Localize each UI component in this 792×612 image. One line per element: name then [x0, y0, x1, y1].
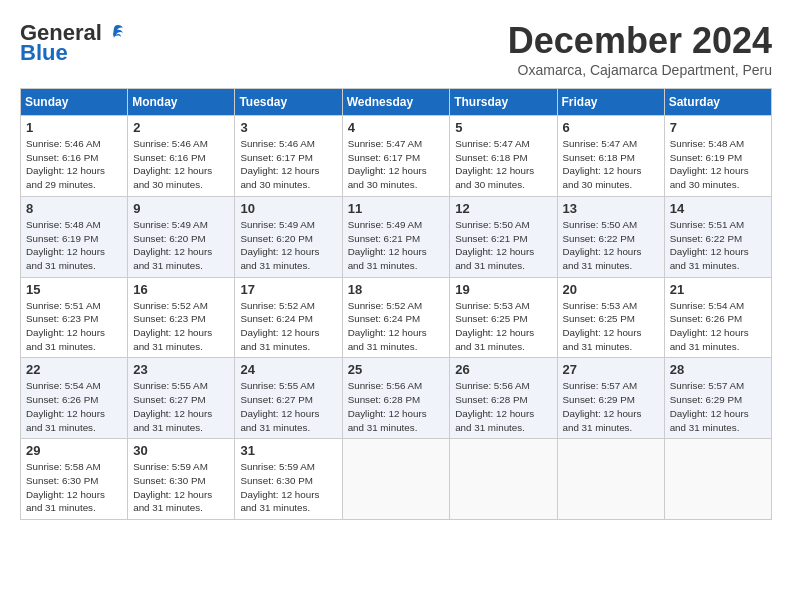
calendar-cell: 31 Sunrise: 5:59 AM Sunset: 6:30 PM Dayl… — [235, 439, 342, 520]
calendar-cell: 13 Sunrise: 5:50 AM Sunset: 6:22 PM Dayl… — [557, 196, 664, 277]
day-info: Sunrise: 5:56 AM Sunset: 6:28 PM Dayligh… — [348, 379, 445, 434]
day-number: 2 — [133, 120, 229, 135]
day-number: 30 — [133, 443, 229, 458]
calendar-cell: 17 Sunrise: 5:52 AM Sunset: 6:24 PM Dayl… — [235, 277, 342, 358]
day-info: Sunrise: 5:47 AM Sunset: 6:17 PM Dayligh… — [348, 137, 445, 192]
col-header-wednesday: Wednesday — [342, 89, 450, 116]
day-info: Sunrise: 5:51 AM Sunset: 6:23 PM Dayligh… — [26, 299, 122, 354]
day-number: 29 — [26, 443, 122, 458]
day-info: Sunrise: 5:48 AM Sunset: 6:19 PM Dayligh… — [26, 218, 122, 273]
calendar-cell — [342, 439, 450, 520]
calendar-cell: 18 Sunrise: 5:52 AM Sunset: 6:24 PM Dayl… — [342, 277, 450, 358]
calendar-cell: 26 Sunrise: 5:56 AM Sunset: 6:28 PM Dayl… — [450, 358, 557, 439]
day-info: Sunrise: 5:52 AM Sunset: 6:24 PM Dayligh… — [348, 299, 445, 354]
day-number: 28 — [670, 362, 766, 377]
day-info: Sunrise: 5:49 AM Sunset: 6:21 PM Dayligh… — [348, 218, 445, 273]
calendar-cell: 23 Sunrise: 5:55 AM Sunset: 6:27 PM Dayl… — [128, 358, 235, 439]
day-info: Sunrise: 5:57 AM Sunset: 6:29 PM Dayligh… — [670, 379, 766, 434]
page-header: General Blue December 2024 Oxamarca, Caj… — [20, 20, 772, 78]
calendar-cell: 16 Sunrise: 5:52 AM Sunset: 6:23 PM Dayl… — [128, 277, 235, 358]
calendar-cell: 21 Sunrise: 5:54 AM Sunset: 6:26 PM Dayl… — [664, 277, 771, 358]
col-header-saturday: Saturday — [664, 89, 771, 116]
calendar-cell: 3 Sunrise: 5:46 AM Sunset: 6:17 PM Dayli… — [235, 116, 342, 197]
day-number: 27 — [563, 362, 659, 377]
day-number: 7 — [670, 120, 766, 135]
calendar-header-row: SundayMondayTuesdayWednesdayThursdayFrid… — [21, 89, 772, 116]
calendar-table: SundayMondayTuesdayWednesdayThursdayFrid… — [20, 88, 772, 520]
calendar-cell: 25 Sunrise: 5:56 AM Sunset: 6:28 PM Dayl… — [342, 358, 450, 439]
day-number: 3 — [240, 120, 336, 135]
calendar-cell: 27 Sunrise: 5:57 AM Sunset: 6:29 PM Dayl… — [557, 358, 664, 439]
logo-bird-icon — [104, 22, 126, 44]
day-number: 22 — [26, 362, 122, 377]
calendar-cell: 7 Sunrise: 5:48 AM Sunset: 6:19 PM Dayli… — [664, 116, 771, 197]
col-header-thursday: Thursday — [450, 89, 557, 116]
calendar-cell — [664, 439, 771, 520]
day-info: Sunrise: 5:46 AM Sunset: 6:16 PM Dayligh… — [26, 137, 122, 192]
day-info: Sunrise: 5:46 AM Sunset: 6:17 PM Dayligh… — [240, 137, 336, 192]
col-header-tuesday: Tuesday — [235, 89, 342, 116]
calendar-cell: 6 Sunrise: 5:47 AM Sunset: 6:18 PM Dayli… — [557, 116, 664, 197]
day-info: Sunrise: 5:55 AM Sunset: 6:27 PM Dayligh… — [133, 379, 229, 434]
day-info: Sunrise: 5:52 AM Sunset: 6:24 PM Dayligh… — [240, 299, 336, 354]
calendar-cell: 5 Sunrise: 5:47 AM Sunset: 6:18 PM Dayli… — [450, 116, 557, 197]
calendar-week-4: 22 Sunrise: 5:54 AM Sunset: 6:26 PM Dayl… — [21, 358, 772, 439]
calendar-cell: 4 Sunrise: 5:47 AM Sunset: 6:17 PM Dayli… — [342, 116, 450, 197]
col-header-sunday: Sunday — [21, 89, 128, 116]
day-number: 25 — [348, 362, 445, 377]
day-number: 26 — [455, 362, 551, 377]
col-header-friday: Friday — [557, 89, 664, 116]
col-header-monday: Monday — [128, 89, 235, 116]
calendar-cell: 1 Sunrise: 5:46 AM Sunset: 6:16 PM Dayli… — [21, 116, 128, 197]
calendar-cell: 9 Sunrise: 5:49 AM Sunset: 6:20 PM Dayli… — [128, 196, 235, 277]
day-info: Sunrise: 5:53 AM Sunset: 6:25 PM Dayligh… — [563, 299, 659, 354]
day-number: 15 — [26, 282, 122, 297]
day-info: Sunrise: 5:50 AM Sunset: 6:22 PM Dayligh… — [563, 218, 659, 273]
day-info: Sunrise: 5:54 AM Sunset: 6:26 PM Dayligh… — [26, 379, 122, 434]
day-number: 24 — [240, 362, 336, 377]
day-number: 23 — [133, 362, 229, 377]
calendar-cell: 14 Sunrise: 5:51 AM Sunset: 6:22 PM Dayl… — [664, 196, 771, 277]
day-info: Sunrise: 5:50 AM Sunset: 6:21 PM Dayligh… — [455, 218, 551, 273]
calendar-week-3: 15 Sunrise: 5:51 AM Sunset: 6:23 PM Dayl… — [21, 277, 772, 358]
day-number: 10 — [240, 201, 336, 216]
day-info: Sunrise: 5:59 AM Sunset: 6:30 PM Dayligh… — [240, 460, 336, 515]
calendar-cell: 8 Sunrise: 5:48 AM Sunset: 6:19 PM Dayli… — [21, 196, 128, 277]
calendar-cell: 20 Sunrise: 5:53 AM Sunset: 6:25 PM Dayl… — [557, 277, 664, 358]
calendar-cell: 15 Sunrise: 5:51 AM Sunset: 6:23 PM Dayl… — [21, 277, 128, 358]
calendar-cell — [557, 439, 664, 520]
calendar-week-1: 1 Sunrise: 5:46 AM Sunset: 6:16 PM Dayli… — [21, 116, 772, 197]
calendar-cell: 29 Sunrise: 5:58 AM Sunset: 6:30 PM Dayl… — [21, 439, 128, 520]
day-info: Sunrise: 5:48 AM Sunset: 6:19 PM Dayligh… — [670, 137, 766, 192]
day-info: Sunrise: 5:47 AM Sunset: 6:18 PM Dayligh… — [455, 137, 551, 192]
calendar-cell — [450, 439, 557, 520]
day-number: 8 — [26, 201, 122, 216]
day-number: 20 — [563, 282, 659, 297]
day-number: 1 — [26, 120, 122, 135]
location-subtitle: Oxamarca, Cajamarca Department, Peru — [508, 62, 772, 78]
day-info: Sunrise: 5:49 AM Sunset: 6:20 PM Dayligh… — [133, 218, 229, 273]
day-number: 16 — [133, 282, 229, 297]
day-number: 19 — [455, 282, 551, 297]
calendar-week-2: 8 Sunrise: 5:48 AM Sunset: 6:19 PM Dayli… — [21, 196, 772, 277]
day-info: Sunrise: 5:58 AM Sunset: 6:30 PM Dayligh… — [26, 460, 122, 515]
calendar-cell: 12 Sunrise: 5:50 AM Sunset: 6:21 PM Dayl… — [450, 196, 557, 277]
title-block: December 2024 Oxamarca, Cajamarca Depart… — [508, 20, 772, 78]
calendar-cell: 22 Sunrise: 5:54 AM Sunset: 6:26 PM Dayl… — [21, 358, 128, 439]
calendar-week-5: 29 Sunrise: 5:58 AM Sunset: 6:30 PM Dayl… — [21, 439, 772, 520]
logo: General Blue — [20, 20, 126, 66]
month-title: December 2024 — [508, 20, 772, 62]
day-info: Sunrise: 5:54 AM Sunset: 6:26 PM Dayligh… — [670, 299, 766, 354]
day-info: Sunrise: 5:47 AM Sunset: 6:18 PM Dayligh… — [563, 137, 659, 192]
day-info: Sunrise: 5:53 AM Sunset: 6:25 PM Dayligh… — [455, 299, 551, 354]
day-number: 9 — [133, 201, 229, 216]
calendar-cell: 24 Sunrise: 5:55 AM Sunset: 6:27 PM Dayl… — [235, 358, 342, 439]
calendar-cell: 28 Sunrise: 5:57 AM Sunset: 6:29 PM Dayl… — [664, 358, 771, 439]
day-number: 6 — [563, 120, 659, 135]
logo-blue: Blue — [20, 40, 68, 66]
day-info: Sunrise: 5:46 AM Sunset: 6:16 PM Dayligh… — [133, 137, 229, 192]
calendar-cell: 30 Sunrise: 5:59 AM Sunset: 6:30 PM Dayl… — [128, 439, 235, 520]
day-number: 11 — [348, 201, 445, 216]
day-number: 18 — [348, 282, 445, 297]
day-info: Sunrise: 5:49 AM Sunset: 6:20 PM Dayligh… — [240, 218, 336, 273]
